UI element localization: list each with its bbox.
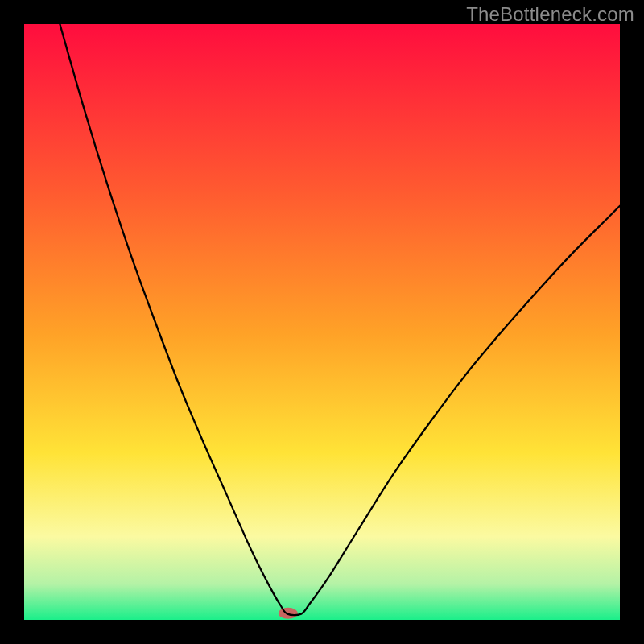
chart-plot-area xyxy=(24,24,620,620)
chart-svg xyxy=(24,24,620,620)
watermark-text: TheBottleneck.com xyxy=(466,3,634,26)
chart-frame: TheBottleneck.com xyxy=(0,0,644,644)
chart-background xyxy=(24,24,620,620)
